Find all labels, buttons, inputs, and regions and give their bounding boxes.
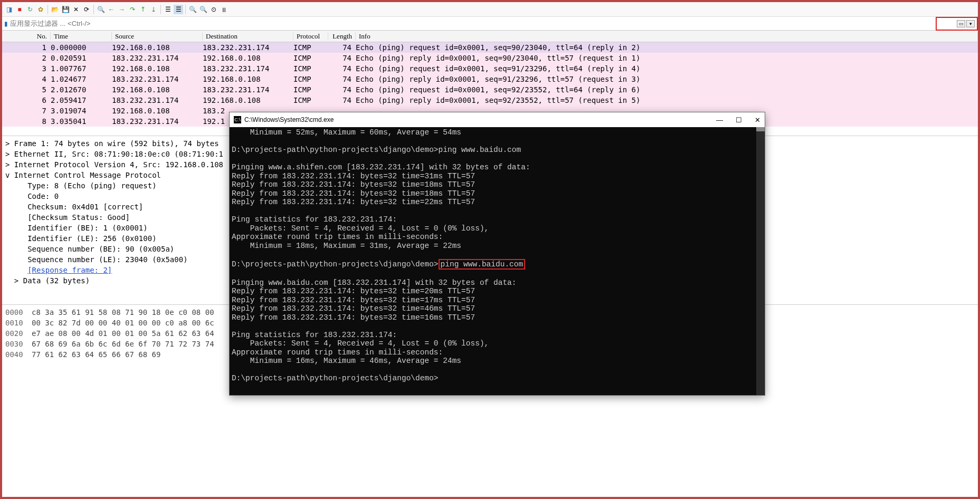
cmd-title-text: C:\Windows\System32\cmd.exe <box>244 116 334 123</box>
col-protocol[interactable]: Protocol <box>293 32 328 41</box>
display-filter-input[interactable] <box>10 20 957 27</box>
packet-row[interactable]: 31.007767192.168.0.108183.232.231.174ICM… <box>2 63 978 74</box>
col-length[interactable]: Length <box>328 32 356 41</box>
close-window-icon[interactable]: ✕ <box>755 116 760 124</box>
packet-row[interactable]: 20.020591183.232.231.174192.168.0.108ICM… <box>2 53 978 63</box>
col-no[interactable]: No. <box>2 32 51 41</box>
col-time[interactable]: Time <box>51 32 112 41</box>
zoom-reset-icon[interactable]: ⊙ <box>209 5 218 14</box>
resize-cols-icon[interactable]: ⫼ <box>220 5 229 14</box>
highlight-box-1 <box>936 17 978 31</box>
open-icon[interactable]: 📂 <box>50 5 60 14</box>
cmd-scrollbar[interactable] <box>756 127 765 395</box>
find-icon[interactable]: 🔍 <box>96 5 106 14</box>
main-toolbar: ◨ ■ ↻ ✿ 📂 💾 ✕ ⟳ 🔍 ← → ↷ ⤒ ⤓ ☰ ☰ 🔍 🔍 ⊙ ⫼ <box>2 2 978 17</box>
fwd-icon[interactable]: → <box>117 5 127 14</box>
packet-row[interactable]: 62.059417183.232.231.174192.168.0.108ICM… <box>2 95 978 105</box>
packet-row[interactable]: 41.024677183.232.231.174192.168.0.108ICM… <box>2 74 978 84</box>
first-icon[interactable]: ⤒ <box>138 5 148 14</box>
packet-row[interactable]: 10.000000192.168.0.108183.232.231.174ICM… <box>2 42 978 53</box>
bookmark-icon[interactable]: ▮ <box>4 20 8 27</box>
options-icon[interactable]: ✿ <box>36 5 45 14</box>
jump-icon[interactable]: ↷ <box>128 5 137 14</box>
colorize-icon[interactable]: ☰ <box>174 5 183 14</box>
save-icon[interactable]: 💾 <box>61 5 70 14</box>
autoscroll-icon[interactable]: ☰ <box>163 5 173 14</box>
cmd-titlebar[interactable]: C:\ C:\Windows\System32\cmd.exe — ☐ ✕ <box>230 112 765 127</box>
minimize-icon[interactable]: — <box>716 116 723 124</box>
filter-bar: ▮ ▭ ▾ <box>2 17 978 31</box>
back-icon[interactable]: ← <box>107 5 116 14</box>
packet-list-header: No. Time Source Destination Protocol Len… <box>2 31 978 42</box>
cmd-output[interactable]: Minimum = 52ms, Maximum = 60ms, Average … <box>230 127 765 395</box>
col-destination[interactable]: Destination <box>203 32 293 41</box>
cmd-icon: C:\ <box>234 116 241 123</box>
packet-row[interactable]: 52.012670192.168.0.108183.232.231.174ICM… <box>2 84 978 95</box>
close-icon[interactable]: ✕ <box>71 5 81 14</box>
col-source[interactable]: Source <box>112 32 203 41</box>
reload-icon[interactable]: ⟳ <box>82 5 91 14</box>
maximize-icon[interactable]: ☐ <box>736 116 742 124</box>
zoom-out-icon[interactable]: 🔍 <box>198 5 208 14</box>
stop-icon[interactable]: ■ <box>15 5 24 14</box>
zoom-in-icon[interactable]: 🔍 <box>188 5 197 14</box>
restart-icon[interactable]: ↻ <box>25 5 35 14</box>
cmd-window[interactable]: C:\ C:\Windows\System32\cmd.exe — ☐ ✕ Mi… <box>229 112 765 396</box>
col-info[interactable]: Info <box>356 32 978 41</box>
file-icon[interactable]: ◨ <box>4 5 14 14</box>
last-icon[interactable]: ⤓ <box>149 5 158 14</box>
